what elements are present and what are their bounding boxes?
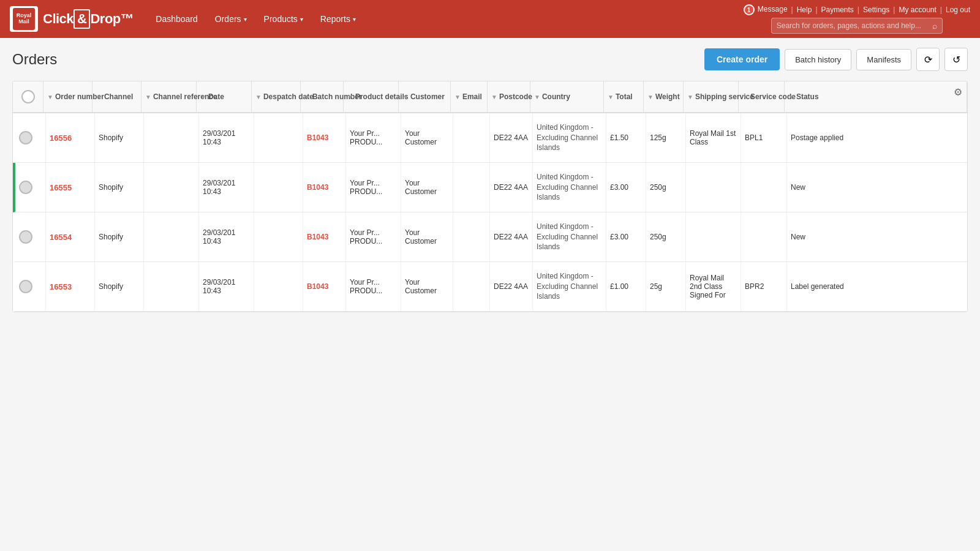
col-header-order-number[interactable]: ▼ Order number — [43, 81, 92, 112]
cell-total: £1.00 — [606, 262, 646, 311]
row-checkbox-cell[interactable] — [15, 212, 46, 261]
filter-icon: ▼ — [687, 94, 693, 100]
col-header-status[interactable]: ▼ Status — [785, 81, 967, 112]
chevron-down-icon: ▾ — [300, 16, 303, 23]
column-settings-icon[interactable]: ⚙ — [949, 81, 967, 103]
create-order-button[interactable]: Create order — [704, 48, 780, 70]
batch-number-link[interactable]: B1043 — [307, 133, 328, 142]
cell-product-details: Your Pr... PRODU... — [346, 113, 401, 162]
row-checkbox-cell[interactable] — [15, 163, 46, 212]
col-header-customer[interactable]: ▼ Customer — [399, 81, 451, 112]
col-header-channel[interactable]: ▼ Channel — [92, 81, 141, 112]
refresh-view-button[interactable]: ⟳ — [916, 48, 940, 71]
row-checkbox[interactable] — [19, 230, 32, 244]
cell-channel-ref — [144, 113, 199, 162]
row-checkbox-cell[interactable] — [15, 262, 46, 311]
my-account-link[interactable]: My account — [899, 6, 936, 14]
customer-value: Your Customer — [405, 228, 449, 246]
cell-channel: Shopify — [95, 212, 144, 261]
help-link[interactable]: Help — [797, 6, 812, 14]
cell-status: New — [787, 212, 967, 261]
order-number-link[interactable]: 16553 — [50, 282, 72, 291]
chevron-down-icon: ▾ — [353, 16, 356, 23]
row-checkbox-cell[interactable] — [15, 113, 46, 162]
cell-customer: Your Customer — [401, 212, 453, 261]
batch-number-link[interactable]: B1043 — [307, 282, 328, 291]
customer-value: Your Customer — [405, 179, 449, 196]
cell-postcode: DE22 4AA — [490, 262, 533, 311]
col-header-service-code[interactable]: ▼ Service code — [739, 81, 785, 112]
search-bar[interactable]: ⌕ — [771, 18, 943, 34]
cell-country: United Kingdom - Excluding Channel Islan… — [533, 262, 606, 311]
nav-orders[interactable]: Orders ▾ — [208, 9, 254, 29]
nav-reports[interactable]: Reports ▾ — [313, 9, 363, 29]
row-checkbox[interactable] — [19, 280, 32, 293]
table-row[interactable]: 16553 Shopify 29/03/201 10:43 B1043 Your… — [13, 262, 967, 312]
cell-customer: Your Customer — [401, 262, 453, 311]
batch-number-link[interactable]: B1043 — [307, 183, 328, 192]
page-header: Orders Create order Batch history Manife… — [12, 48, 968, 71]
cell-order-number: 16556 — [46, 113, 95, 162]
cell-channel: Shopify — [95, 113, 144, 162]
nav-dashboard[interactable]: Dashboard — [148, 9, 205, 29]
date-value: 29/03/201 10:43 — [203, 129, 250, 146]
order-number-link[interactable]: 16554 — [50, 233, 72, 242]
col-header-country[interactable]: ▼ Country — [530, 81, 604, 112]
cell-batch-number: B1043 — [303, 163, 346, 212]
manifests-button[interactable]: Manifests — [856, 49, 911, 70]
customer-value: Your Customer — [405, 278, 449, 295]
filter-icon: ▼ — [47, 94, 53, 100]
col-header-channel-ref[interactable]: ▼ Channel reference — [141, 81, 197, 112]
search-button[interactable]: ⌕ — [932, 21, 937, 31]
cell-email — [453, 113, 490, 162]
row-checkbox[interactable] — [19, 181, 32, 194]
table-row[interactable]: 16555 Shopify 29/03/201 10:43 B1043 Your… — [13, 163, 967, 212]
page-content: Orders Create order Batch history Manife… — [0, 38, 980, 322]
table-row[interactable]: 16556 Shopify 29/03/201 10:43 B1043 Your… — [13, 113, 967, 163]
select-all-column[interactable]: ● — [13, 81, 43, 112]
search-input[interactable] — [777, 21, 932, 30]
chevron-down-icon: ▾ — [244, 16, 247, 23]
filter-icon: ▼ — [200, 94, 206, 100]
col-header-batch-number[interactable]: ▼ Batch number — [301, 81, 344, 112]
top-utility-links: 1 Message | Help | Payments | Settings |… — [744, 4, 970, 15]
settings-link[interactable]: Settings — [863, 6, 889, 14]
col-header-product-details[interactable]: ▼ Product details — [344, 81, 399, 112]
filter-icon: ▼ — [347, 94, 353, 100]
col-header-despatch-date[interactable]: ▼ Despatch date — [252, 81, 301, 112]
col-header-total[interactable]: ▼ Total — [604, 81, 644, 112]
country-value: United Kingdom - Excluding Channel Islan… — [537, 122, 602, 153]
col-header-email[interactable]: ▼ Email — [451, 81, 488, 112]
notification-badge: 1 — [744, 4, 755, 15]
cell-status: New — [787, 163, 967, 212]
cell-total: £3.00 — [606, 163, 646, 212]
batch-number-link[interactable]: B1043 — [307, 233, 328, 241]
logo-area: RoyalMail Click&Drop™ — [10, 6, 134, 32]
order-number-link[interactable]: 16555 — [50, 183, 72, 192]
shipping-service-value: Royal Mail 1st Class — [690, 129, 737, 146]
cell-batch-number: B1043 — [303, 262, 346, 311]
select-all-checkbox[interactable]: ● — [21, 90, 35, 103]
row-checkbox[interactable] — [19, 131, 32, 144]
log-out-link[interactable]: Log out — [946, 6, 970, 14]
cell-date: 29/03/201 10:43 — [199, 212, 254, 261]
col-header-shipping-service[interactable]: ▼ Shipping service — [684, 81, 739, 112]
sync-button[interactable]: ↺ — [944, 48, 968, 71]
col-header-postcode[interactable]: ▼ Postcode — [488, 81, 530, 112]
cell-date: 29/03/201 10:43 — [199, 113, 254, 162]
order-number-link[interactable]: 16556 — [50, 133, 72, 143]
col-header-date[interactable]: ▼ Date — [197, 81, 252, 112]
cell-country: United Kingdom - Excluding Channel Islan… — [533, 163, 606, 212]
batch-history-button[interactable]: Batch history — [785, 49, 851, 70]
filter-icon: ▼ — [96, 94, 102, 100]
nav-products[interactable]: Products ▾ — [257, 9, 311, 29]
table-body: 16556 Shopify 29/03/201 10:43 B1043 Your… — [13, 113, 967, 312]
payments-link[interactable]: Payments — [821, 6, 854, 14]
channel-value: Shopify — [99, 133, 123, 142]
cell-product-details: Your Pr... PRODU... — [346, 163, 401, 212]
country-value: United Kingdom - Excluding Channel Islan… — [537, 222, 602, 252]
cell-channel-ref — [144, 262, 199, 311]
table-row[interactable]: 16554 Shopify 29/03/201 10:43 B1043 Your… — [13, 212, 967, 262]
message-link[interactable]: 1 Message — [744, 4, 788, 15]
col-header-weight[interactable]: ▼ Weight — [644, 81, 684, 112]
